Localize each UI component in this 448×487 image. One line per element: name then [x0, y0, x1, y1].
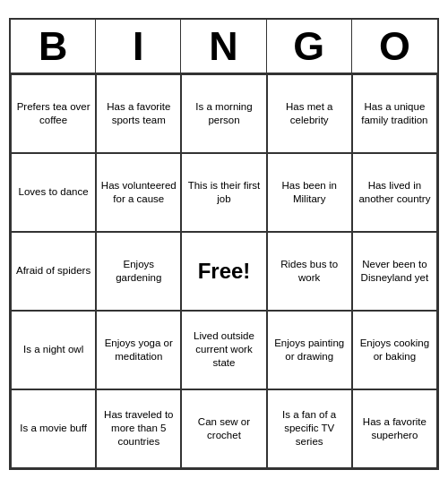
bingo-cell-9[interactable]: Has lived in another country — [352, 153, 437, 232]
bingo-cell-14[interactable]: Never been to Disneyland yet — [352, 232, 437, 311]
bingo-cell-6[interactable]: Has volunteered for a cause — [96, 153, 181, 232]
bingo-cell-5[interactable]: Loves to dance — [11, 153, 96, 232]
bingo-cell-17[interactable]: Lived outside current work state — [181, 311, 266, 389]
bingo-cell-19[interactable]: Enjoys cooking or baking — [352, 311, 437, 389]
bingo-cell-2[interactable]: Is a morning person — [181, 74, 266, 153]
bingo-letter-g: G — [267, 20, 352, 73]
bingo-cell-18[interactable]: Enjoys painting or drawing — [267, 311, 352, 389]
bingo-letter-n: N — [181, 20, 266, 73]
bingo-cell-16[interactable]: Enjoys yoga or meditation — [96, 311, 181, 389]
bingo-cell-11[interactable]: Enjoys gardening — [96, 232, 181, 311]
bingo-cell-21[interactable]: Has traveled to more than 5 countries — [96, 389, 181, 468]
bingo-cell-3[interactable]: Has met a celebrity — [267, 74, 352, 153]
bingo-cell-13[interactable]: Rides bus to work — [267, 232, 352, 311]
bingo-cell-7[interactable]: This is their first job — [181, 153, 266, 232]
bingo-cell-24[interactable]: Has a favorite superhero — [352, 389, 437, 468]
bingo-cell-12[interactable]: Free! — [181, 232, 266, 311]
bingo-grid: Prefers tea over coffeeHas a favorite sp… — [11, 74, 437, 468]
bingo-cell-0[interactable]: Prefers tea over coffee — [11, 74, 96, 153]
bingo-cell-20[interactable]: Is a movie buff — [11, 389, 96, 468]
bingo-card: BINGO Prefers tea over coffeeHas a favor… — [9, 18, 439, 470]
bingo-cell-4[interactable]: Has a unique family tradition — [352, 74, 437, 153]
bingo-header: BINGO — [11, 20, 437, 74]
bingo-cell-22[interactable]: Can sew or crochet — [181, 389, 266, 468]
bingo-cell-23[interactable]: Is a fan of a specific TV series — [267, 389, 352, 468]
bingo-letter-o: O — [352, 20, 437, 73]
bingo-cell-8[interactable]: Has been in Military — [267, 153, 352, 232]
bingo-letter-b: B — [11, 20, 96, 73]
bingo-cell-10[interactable]: Afraid of spiders — [11, 232, 96, 311]
bingo-cell-15[interactable]: Is a night owl — [11, 311, 96, 389]
bingo-letter-i: I — [96, 20, 181, 73]
bingo-cell-1[interactable]: Has a favorite sports team — [96, 74, 181, 153]
